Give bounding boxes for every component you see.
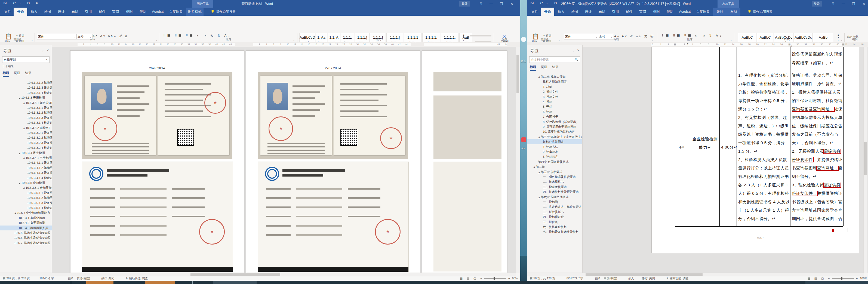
status-page-indicator[interactable]: 第 269 页，共 283 页 (3, 277, 30, 281)
horizontal-scrollbar[interactable] (0, 273, 516, 276)
sign-in-button[interactable]: 登录 (459, 1, 470, 6)
view-mode-buttons[interactable]: ▦ ▤ ▢ (808, 277, 826, 280)
taskbar[interactable] (0, 281, 868, 284)
sign-in-button[interactable]: 登录 (812, 1, 822, 6)
nav-item[interactable]: 4. 投标 (527, 99, 582, 104)
ribbon-display-options-button[interactable]: ⍐ (476, 0, 486, 8)
status-word-count[interactable]: 8/51753 个字 (566, 277, 583, 281)
zoom-slider-thumb[interactable] (494, 277, 495, 280)
paragraph-dialog-launcher[interactable]: ⌟ (293, 39, 294, 41)
ribbon-tab-引用[interactable]: 引用 (82, 8, 95, 16)
collapse-arrow-icon[interactable]: ◢ (538, 76, 539, 78)
vertical-scrollbar[interactable] (863, 47, 867, 273)
taskbar-app[interactable] (213, 281, 256, 284)
ribbon-tab-布局[interactable]: 布局 (727, 8, 740, 16)
collapse-arrow-icon[interactable]: ◢ (19, 182, 20, 184)
nav-item[interactable]: 五、报价表 (527, 220, 582, 224)
nav-item[interactable]: 10.6.4.1 有理化检验 (0, 216, 52, 220)
status-track-changes[interactable]: 修订: 关闭 (101, 277, 114, 281)
nav-item[interactable]: 一、项目概况及供货要求 (527, 175, 582, 179)
nav-item[interactable]: 10.6.3.3.1.3 设备采购发票扫描件 (0, 115, 52, 120)
clear-search-icon[interactable]: ✕ (45, 58, 48, 61)
nav-item[interactable]: 一、投标函 (527, 199, 582, 204)
nav-item[interactable]: 六、资格审查资料 (527, 224, 582, 229)
nav-item[interactable]: 10.6.3.3.1.4 检定证书 (0, 120, 52, 125)
status-word-count[interactable]: 18440 个字 (39, 277, 54, 281)
tell-me-search[interactable]: 💡操作说明搜索 (747, 8, 773, 16)
nav-pane-menu-icon[interactable]: ⌄ (572, 49, 575, 52)
document-page[interactable]: 设备需保留至履约能力现场考察结束（如有）。↵4↵企业检验检测能力↵4.00分↵1… (651, 47, 859, 253)
tell-me-search[interactable]: 💡操作说明搜索 (211, 8, 236, 16)
collapse-arrow-icon[interactable]: ◢ (23, 127, 25, 129)
nav-pane-close-icon[interactable]: ✕ (577, 49, 580, 52)
ribbon-tab-文件[interactable]: 文件 (2, 8, 13, 16)
nav-tab-标题[interactable]: 标题 (530, 65, 536, 71)
nav-item[interactable]: 10.6.3.4.1.2 铭牌照片 (0, 165, 52, 170)
nav-search-input[interactable]: 自律守则✕ (2, 56, 50, 63)
ribbon-tab-引用[interactable]: 引用 (609, 8, 622, 16)
nav-item[interactable]: 8. 纪律和监督（诚信要求） (527, 119, 582, 124)
nav-item[interactable]: 1. 总则 (527, 84, 582, 89)
nav-item[interactable]: 10.6.4.2 有无损检测 (0, 220, 52, 225)
ribbon-tab-布局[interactable]: 布局 (595, 8, 609, 16)
ribbon-tab-百度网盘[interactable]: 百度网盘 (693, 8, 713, 16)
nav-item[interactable]: 10.6.3.2.1.3 设备采购发票扫描件 (0, 85, 52, 90)
ribbon-tab-绘图[interactable]: 绘图 (41, 8, 55, 16)
zoom-out-button[interactable]: − (480, 277, 482, 280)
zoom-slider[interactable] (832, 278, 854, 279)
nav-item[interactable]: 10.6.3.2.1.4 检定证书 (0, 90, 52, 95)
zoom-slider[interactable] (484, 278, 506, 279)
nav-item[interactable]: 10.6.3.3.1.2 铭牌照片 (0, 110, 52, 115)
ribbon-tab-Acrobat[interactable]: Acrobat (677, 8, 693, 16)
nav-item[interactable]: 10.6.7 原材料采购过程管理 (0, 241, 52, 245)
ribbon-tab-帮助[interactable]: 帮助 (136, 8, 150, 16)
minimize-button[interactable]: — (486, 0, 496, 8)
clipboard-dialog-launcher[interactable]: ⌟ (32, 39, 33, 41)
document-page[interactable]: 270 / 283↵ (246, 50, 420, 273)
nav-tab-结果[interactable]: 结果 (552, 65, 558, 70)
styles-dialog-launcher[interactable]: ⌟ (841, 39, 842, 41)
ribbon-tab-绘图[interactable]: 绘图 (568, 8, 582, 16)
nav-item[interactable]: 10.6.3.3.2.3 设备采购发票扫描件 (0, 140, 52, 145)
nav-item[interactable]: 7. 合同授予 (527, 114, 582, 119)
nav-item[interactable]: 3. 投标文件 (527, 94, 582, 99)
nav-item[interactable]: 10.6.3.5.1.2 铭牌照片 (0, 195, 52, 200)
nav-item[interactable]: ◢第三章 评标办法（综合评估法） (527, 134, 582, 139)
desktop-icon-label[interactable]: 腾讯 (521, 60, 526, 63)
nav-item[interactable]: 6. 评标 (527, 109, 582, 114)
document-page-partial[interactable] (422, 50, 507, 273)
desktop-icon-label[interactable]: Acr (521, 147, 525, 150)
nav-item[interactable]: 七、投标设备技术性能资料 (527, 229, 582, 234)
ribbon-tab-百度网盘[interactable]: 百度网盘 (166, 8, 186, 16)
status-insert-mode[interactable]: 插入 (628, 277, 634, 281)
status-track-changes[interactable]: 修订: 关闭 (642, 277, 655, 281)
nav-item[interactable]: 9. 是否采用电子招标投标 (527, 124, 582, 129)
styles-gallery-arrows[interactable]: ▲▼⌄ (837, 34, 839, 41)
ribbon-tab-邮件[interactable]: 邮件 (622, 8, 636, 16)
nav-tab-结果[interactable]: 结果 (25, 71, 31, 76)
status-accessibility[interactable]: ♿ 辅助功能: 调查 (666, 277, 688, 281)
restore-button[interactable]: ❐ (848, 0, 859, 8)
view-mode-buttons[interactable]: ▦ ▤ ▢ (460, 277, 478, 280)
collapse-arrow-icon[interactable]: ◢ (19, 97, 20, 99)
ribbon-tab-邮件[interactable]: 邮件 (95, 8, 109, 16)
ribbon-tab-插入[interactable]: 插入 (554, 8, 568, 16)
search-icon[interactable]: 🔍 (575, 58, 579, 61)
zoom-out-button[interactable]: − (828, 277, 830, 280)
nav-tab-页面[interactable]: 页面 (541, 65, 547, 70)
nav-pane-close-icon[interactable]: ✕ (46, 49, 49, 52)
nav-item[interactable]: ◢10.6.3.3.2 磁粉MT (0, 125, 52, 130)
collapse-arrow-icon[interactable]: ◢ (538, 171, 539, 173)
zoom-in-button[interactable]: + (856, 277, 858, 280)
paragraph-dialog-launcher[interactable]: ⌟ (731, 39, 732, 41)
nav-item[interactable]: ◢第二章 投标人须知 (527, 74, 582, 79)
nav-item[interactable]: ◢10.6.3.4 尺寸检测 (0, 151, 52, 155)
vertical-scrollbar[interactable] (516, 47, 520, 273)
nav-item[interactable]: 第四章 合同条款及格式 (527, 159, 582, 164)
ribbon-tab-图片格式[interactable]: 图片格式 (186, 8, 204, 16)
desktop-icon[interactable] (521, 37, 526, 42)
paragraph-list-buttons[interactable]: ⠇☰ ⠿☰ ⠛☰ ⇤ ⇥ ↹ ⇅ A↓ (163, 34, 231, 37)
collapse-arrow-icon[interactable]: ◢ (23, 102, 25, 104)
horizontal-ruler[interactable]: 2468101214161820222426283032343638404244… (0, 42, 520, 47)
nav-item[interactable]: 10. 需要补充的其他内容 (527, 129, 582, 134)
